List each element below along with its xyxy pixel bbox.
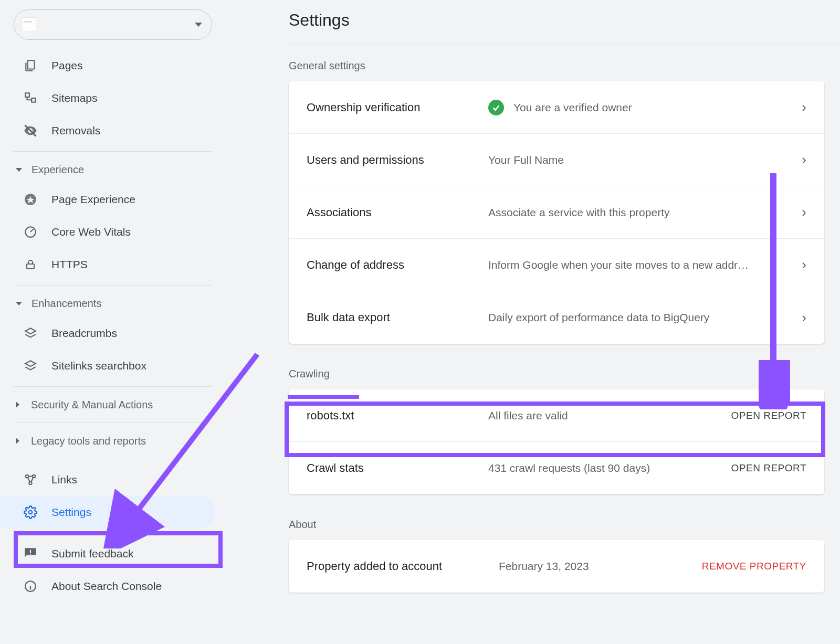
row-property-added[interactable]: Property added to account February 13, 2… [289, 540, 824, 593]
sidebar-item-breadcrumbs[interactable]: Breadcrumbs [0, 317, 226, 350]
sidebar-item-label: Sitemaps [51, 92, 98, 104]
divider [14, 285, 212, 286]
svg-marker-7 [25, 328, 36, 334]
row-label: Bulk data export [307, 311, 488, 324]
chevron-right-icon: › [802, 204, 806, 220]
divider [14, 533, 212, 533]
sidebar-item-label: Settings [51, 506, 91, 519]
sidebar-item-removals[interactable]: Removals [0, 114, 226, 147]
about-card: Property added to account February 13, 2… [289, 540, 824, 593]
sidebar-item-https[interactable]: HTTPS [0, 248, 226, 281]
sidebar-item-sitemaps[interactable]: Sitemaps [0, 82, 226, 114]
sidebar-item-label: Links [51, 473, 77, 486]
row-value: You are a verified owner [488, 100, 796, 115]
section-label-general: General settings [289, 60, 840, 72]
row-label: robots.txt [307, 409, 488, 423]
row-associations[interactable]: Associations Associate a service with th… [289, 186, 824, 239]
layers-icon [22, 326, 39, 340]
sidebar-item-about[interactable]: About Search Console [0, 570, 226, 603]
row-value-text: You are a verified owner [513, 101, 632, 114]
svg-rect-6 [27, 264, 34, 269]
divider [14, 459, 212, 459]
sidebar-item-label: Sitelinks searchbox [51, 360, 146, 372]
divider [14, 386, 212, 387]
row-value: Daily export of performance data to BigQ… [488, 311, 796, 324]
svg-rect-0 [28, 60, 35, 69]
row-robots-txt[interactable]: robots.txt All files are valid Open repo… [289, 389, 824, 442]
row-label: Crawl stats [307, 461, 488, 475]
chevron-right-icon [16, 438, 19, 444]
links-icon [22, 473, 39, 487]
row-value: Associate a service with this property [488, 206, 796, 219]
sidebar-heading-label: Security & Manual Actions [31, 399, 153, 411]
main-content: Settings General settings Ownership veri… [226, 0, 840, 644]
open-report-button[interactable]: Open report [731, 462, 806, 474]
pages-icon [22, 59, 39, 72]
sidebar-item-cwv[interactable]: Core Web Vitals [0, 216, 226, 248]
open-report-button[interactable]: Open report [731, 410, 806, 421]
row-users-permissions[interactable]: Users and permissions Your Full Name › [289, 134, 824, 186]
divider [289, 45, 840, 45]
sidebar-item-feedback[interactable]: Submit feedback [0, 537, 226, 570]
row-change-address[interactable]: Change of address Inform Google when you… [289, 239, 824, 291]
divider [14, 423, 212, 423]
page-title: Settings [289, 10, 840, 30]
divider [14, 151, 212, 152]
page-experience-icon [22, 193, 39, 206]
crawling-card: robots.txt All files are valid Open repo… [289, 389, 824, 494]
sidebar-item-label: Page Experience [51, 193, 135, 206]
verified-check-icon [488, 100, 504, 115]
sidebar-heading-label: Experience [32, 164, 84, 176]
sidebar-heading-label: Legacy tools and reports [31, 435, 146, 447]
sidebar-item-label: Pages [51, 59, 83, 72]
settings-icon [22, 505, 39, 519]
cwv-icon [22, 225, 39, 239]
chevron-down-icon [16, 302, 22, 305]
layers-icon [22, 359, 39, 373]
sidebar-item-sitelinks[interactable]: Sitelinks searchbox [0, 350, 226, 382]
general-settings-card: Ownership verification You are a verifie… [289, 81, 824, 344]
sidebar-item-label: Breadcrumbs [51, 327, 117, 340]
svg-rect-2 [32, 98, 36, 102]
sidebar-heading-enhancements[interactable]: Enhancements [0, 290, 226, 317]
chevron-down-icon [16, 168, 22, 172]
sidebar-heading-legacy[interactable]: Legacy tools and reports [0, 427, 226, 455]
property-favicon [22, 17, 36, 32]
sidebar-item-links[interactable]: Links [0, 463, 226, 496]
chevron-right-icon: › [802, 152, 806, 168]
row-ownership-verification[interactable]: Ownership verification You are a verifie… [289, 81, 824, 134]
sidebar-item-pages[interactable]: Pages [0, 49, 226, 82]
row-value: Inform Google when your site moves to a … [488, 259, 796, 271]
section-label-crawling: Crawling [289, 368, 840, 380]
chevron-right-icon: › [802, 310, 806, 326]
sitemaps-icon [22, 91, 39, 105]
sidebar-item-label: Removals [51, 124, 100, 137]
removals-icon [22, 123, 39, 138]
sidebar-item-settings[interactable]: Settings [0, 496, 215, 529]
remove-property-button[interactable]: Remove property [702, 561, 806, 572]
row-label: Associations [307, 206, 488, 219]
svg-rect-1 [25, 93, 29, 97]
sidebar-heading-label: Enhancements [32, 298, 101, 310]
sidebar-item-page-experience[interactable]: Page Experience [0, 183, 226, 216]
chevron-right-icon [16, 402, 19, 408]
row-label: Property added to account [307, 559, 499, 573]
sidebar-item-label: HTTPS [51, 258, 88, 271]
chevron-right-icon: › [802, 99, 806, 115]
row-value: February 13, 2023 [499, 560, 702, 573]
row-crawl-stats[interactable]: Crawl stats 431 crawl requests (last 90 … [289, 442, 824, 494]
info-icon [22, 579, 39, 593]
feedback-icon [22, 547, 39, 561]
sidebar-item-label: Core Web Vitals [51, 226, 131, 238]
row-bulk-export[interactable]: Bulk data export Daily export of perform… [289, 291, 824, 344]
property-selector[interactable] [14, 9, 212, 40]
svg-marker-8 [25, 361, 36, 366]
sidebar-heading-experience[interactable]: Experience [0, 156, 226, 183]
row-label: Ownership verification [307, 101, 488, 114]
svg-point-12 [29, 511, 33, 514]
sidebar-heading-security[interactable]: Security & Manual Actions [0, 391, 226, 418]
row-value: Your Full Name [488, 154, 796, 166]
row-value: All files are valid [488, 409, 731, 422]
chevron-down-icon [195, 23, 202, 27]
row-label: Change of address [307, 258, 488, 272]
